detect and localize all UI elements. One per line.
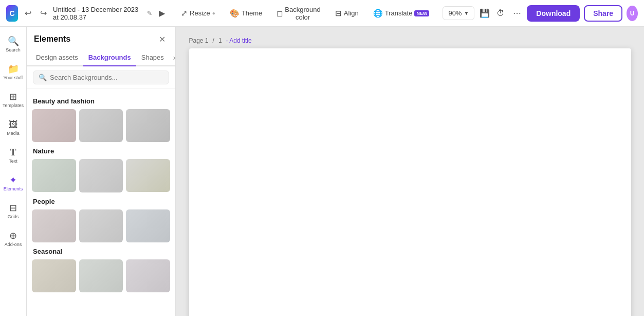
close-icon: ✕ — [159, 34, 165, 44]
sidebar-item-elements[interactable]: ✦ Elements — [2, 170, 25, 197]
sidebar-label-media: Media — [7, 131, 20, 136]
tab-design-assets-label: Design assets — [36, 54, 78, 61]
templates-icon: ⊞ — [9, 91, 17, 102]
panel-header: Elements ✕ — [27, 27, 175, 49]
timer-button[interactable]: ⏱ — [495, 5, 507, 22]
download-label: Download — [536, 9, 571, 17]
sidebar-item-text[interactable]: T Text — [2, 142, 25, 169]
zoom-level: 90% — [448, 9, 462, 17]
sidebar-label-search: Search — [6, 48, 21, 53]
bg-thumb-n3[interactable] — [126, 159, 170, 192]
redo-button[interactable]: ↪ — [38, 6, 49, 21]
bg-thumb-bf2[interactable] — [79, 109, 123, 142]
document-title: Untitled - 13 December 2023 at 20.08.37 — [53, 6, 141, 21]
edit-title-icon[interactable]: ✎ — [147, 10, 152, 17]
page-divider: / — [213, 37, 214, 44]
align-label: Align — [344, 9, 359, 17]
bg-thumb-bf3[interactable] — [126, 109, 170, 142]
more-button[interactable]: ⋯ — [511, 5, 523, 22]
avatar[interactable]: U — [627, 6, 638, 21]
translate-icon: 🌐 — [373, 9, 383, 18]
section-title-seasonal: Seasonal — [33, 248, 170, 255]
search-input[interactable] — [50, 74, 163, 81]
nature-grid — [32, 159, 170, 192]
logo-text: C — [10, 9, 15, 17]
save-button[interactable]: 💾 — [479, 5, 490, 22]
grids-icon: ⊟ — [9, 202, 17, 214]
sidebar-item-your-stuff[interactable]: 📁 Your stuff — [2, 59, 25, 85]
page-number: Page 1 — [189, 37, 209, 44]
bg-thumb-p2[interactable] — [79, 209, 123, 242]
sidebar-item-add-ons[interactable]: ⊕ Add-ons — [2, 225, 25, 252]
share-label: Share — [593, 9, 613, 17]
icon-sidebar: 🔍 Search 📁 Your stuff ⊞ Templates 🖼 Medi… — [0, 27, 27, 316]
bg-thumb-s2[interactable] — [79, 259, 123, 292]
section-title-nature: Nature — [33, 147, 170, 155]
search-wrap: 🔍 — [33, 71, 169, 84]
sidebar-item-media[interactable]: 🖼 Media — [2, 114, 25, 141]
canvas-page[interactable] — [189, 48, 631, 316]
bg-thumb-s1[interactable] — [32, 259, 76, 292]
avatar-initials: U — [630, 10, 635, 17]
chevron-right-icon: › — [173, 54, 176, 62]
beauty-and-fashion-grid — [32, 109, 170, 142]
media-icon: 🖼 — [9, 119, 18, 130]
theme-icon: 🎨 — [230, 9, 240, 18]
bg-thumb-n2[interactable] — [79, 159, 123, 192]
panel-tabs: Design assets Backgrounds Shapes › — [27, 49, 175, 66]
present-icon: ▶ — [159, 8, 165, 18]
resize-label: Resize — [190, 9, 210, 17]
bg-thumb-n1[interactable] — [32, 159, 76, 192]
sidebar-label-elements: Elements — [4, 187, 23, 192]
align-button[interactable]: ⊟ Align — [330, 6, 364, 21]
sidebar-item-grids[interactable]: ⊟ Grids — [2, 198, 25, 224]
share-button[interactable]: Share — [584, 5, 622, 22]
bg-thumb-bf1[interactable] — [32, 109, 76, 142]
add-title-prompt[interactable]: - Add title — [226, 37, 252, 44]
resize-icon: ⤢ — [181, 9, 188, 18]
panel-search-area: 🔍 — [27, 66, 175, 89]
canvas-wrap: Page 1 / 1 - Add title — [189, 37, 631, 316]
add-ons-icon: ⊕ — [9, 230, 17, 241]
background-color-label: Background color — [285, 6, 320, 21]
tab-backgrounds[interactable]: Backgrounds — [83, 49, 136, 66]
panel-close-button[interactable]: ✕ — [156, 33, 168, 45]
panel-content: Beauty and fashion Nature People Se — [27, 89, 175, 316]
canvas-info: Page 1 / 1 - Add title — [189, 37, 631, 44]
tab-backgrounds-label: Backgrounds — [88, 54, 131, 61]
zoom-control[interactable]: 90% ▼ — [443, 6, 474, 20]
translate-button[interactable]: 🌐 Translate NEW — [368, 6, 435, 21]
undo-button[interactable]: ↩ — [22, 6, 33, 21]
section-title-people: People — [33, 198, 170, 205]
text-icon: T — [10, 147, 16, 158]
canvas-area: Page 1 / 1 - Add title — [176, 27, 644, 316]
background-color-button[interactable]: ◻ Background color — [271, 3, 325, 24]
present-button[interactable]: ▶ — [156, 6, 168, 21]
elements-icon: ✦ — [9, 174, 17, 186]
resize-badge-icon: ● — [212, 10, 215, 16]
bg-thumb-p1[interactable] — [32, 209, 76, 242]
align-icon: ⊟ — [335, 9, 342, 18]
bg-thumb-s3[interactable] — [126, 259, 170, 292]
tabs-scroll-right-button[interactable]: › — [169, 51, 176, 64]
tab-design-assets[interactable]: Design assets — [31, 49, 83, 66]
sidebar-label-text: Text — [9, 159, 17, 164]
theme-label: Theme — [242, 9, 262, 17]
bg-thumb-p3[interactable] — [126, 209, 170, 242]
search-icon: 🔍 — [8, 36, 19, 47]
app-logo[interactable]: C — [6, 5, 18, 22]
resize-button[interactable]: ⤢ Resize ● — [176, 6, 220, 21]
redo-icon: ↪ — [40, 8, 47, 18]
tab-shapes[interactable]: Shapes — [136, 49, 169, 66]
elements-panel: Elements ✕ Design assets Backgrounds Sha… — [27, 27, 176, 316]
tab-shapes-label: Shapes — [141, 54, 164, 61]
your-stuff-icon: 📁 — [8, 63, 19, 75]
timer-icon: ⏱ — [496, 9, 505, 18]
panel-title: Elements — [34, 34, 70, 44]
sidebar-label-your-stuff: Your stuff — [4, 76, 23, 81]
sidebar-item-templates[interactable]: ⊞ Templates — [2, 86, 25, 113]
theme-button[interactable]: 🎨 Theme — [225, 6, 267, 21]
download-button[interactable]: Download — [527, 5, 580, 22]
save-icon: 💾 — [480, 8, 490, 18]
sidebar-item-search[interactable]: 🔍 Search — [2, 31, 25, 58]
